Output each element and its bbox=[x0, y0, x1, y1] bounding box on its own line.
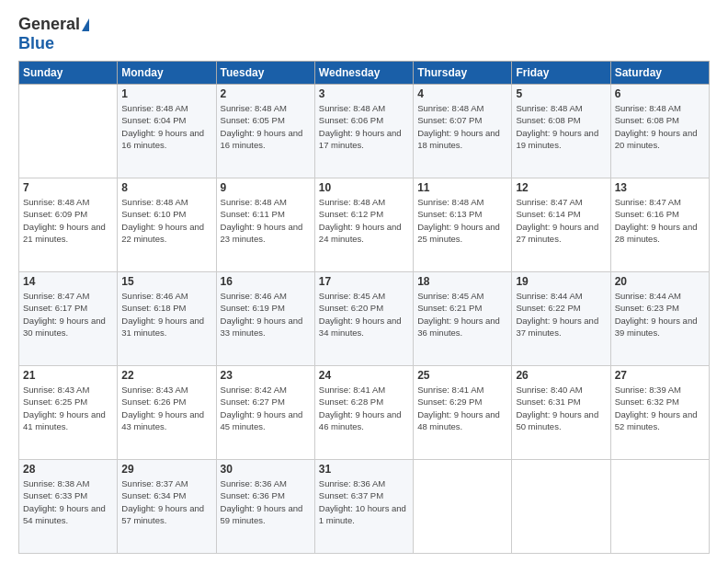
day-info: Sunrise: 8:47 AMSunset: 6:14 PMDaylight:… bbox=[516, 196, 606, 245]
day-number: 30 bbox=[221, 463, 311, 476]
day-number: 1 bbox=[121, 87, 211, 100]
page: General Blue SundayMondayTuesdayWednesda… bbox=[0, 0, 728, 563]
day-number: 3 bbox=[319, 87, 409, 100]
logo-general-text: General bbox=[18, 15, 80, 34]
day-number: 27 bbox=[615, 369, 705, 382]
day-info: Sunrise: 8:44 AMSunset: 6:23 PMDaylight:… bbox=[615, 290, 705, 339]
weekday-header: Sunday bbox=[19, 62, 118, 85]
day-info: Sunrise: 8:48 AMSunset: 6:06 PMDaylight:… bbox=[319, 102, 409, 151]
calendar-cell: 2Sunrise: 8:48 AMSunset: 6:05 PMDaylight… bbox=[216, 85, 314, 178]
calendar-cell: 19Sunrise: 8:44 AMSunset: 6:22 PMDayligh… bbox=[512, 272, 610, 366]
calendar-cell: 13Sunrise: 8:47 AMSunset: 6:16 PMDayligh… bbox=[610, 178, 709, 272]
day-info: Sunrise: 8:47 AMSunset: 6:17 PMDaylight:… bbox=[23, 290, 113, 339]
calendar-week-row: 7Sunrise: 8:48 AMSunset: 6:09 PMDaylight… bbox=[19, 178, 710, 272]
calendar-cell: 6Sunrise: 8:48 AMSunset: 6:08 PMDaylight… bbox=[610, 85, 709, 178]
day-info: Sunrise: 8:48 AMSunset: 6:10 PMDaylight:… bbox=[121, 196, 211, 245]
calendar-cell: 14Sunrise: 8:47 AMSunset: 6:17 PMDayligh… bbox=[19, 272, 118, 366]
calendar-cell: 20Sunrise: 8:44 AMSunset: 6:23 PMDayligh… bbox=[610, 272, 709, 366]
calendar-cell: 12Sunrise: 8:47 AMSunset: 6:14 PMDayligh… bbox=[512, 178, 610, 272]
day-info: Sunrise: 8:36 AMSunset: 6:36 PMDaylight:… bbox=[221, 477, 311, 526]
calendar-cell: 9Sunrise: 8:48 AMSunset: 6:11 PMDaylight… bbox=[216, 178, 314, 272]
calendar-week-row: 1Sunrise: 8:48 AMSunset: 6:04 PMDaylight… bbox=[19, 85, 710, 178]
day-number: 20 bbox=[615, 275, 705, 288]
calendar-week-row: 28Sunrise: 8:38 AMSunset: 6:33 PMDayligh… bbox=[19, 460, 710, 554]
weekday-header: Friday bbox=[512, 62, 610, 85]
day-number: 28 bbox=[23, 463, 113, 476]
day-number: 25 bbox=[417, 369, 507, 382]
calendar-cell: 26Sunrise: 8:40 AMSunset: 6:31 PMDayligh… bbox=[512, 366, 610, 460]
calendar-cell: 28Sunrise: 8:38 AMSunset: 6:33 PMDayligh… bbox=[19, 460, 118, 554]
day-number: 23 bbox=[221, 369, 311, 382]
day-info: Sunrise: 8:46 AMSunset: 6:18 PMDaylight:… bbox=[121, 290, 211, 339]
calendar-cell: 24Sunrise: 8:41 AMSunset: 6:28 PMDayligh… bbox=[314, 366, 413, 460]
day-number: 4 bbox=[417, 87, 507, 100]
calendar-cell: 21Sunrise: 8:43 AMSunset: 6:25 PMDayligh… bbox=[19, 366, 118, 460]
calendar-cell: 17Sunrise: 8:45 AMSunset: 6:20 PMDayligh… bbox=[314, 272, 413, 366]
day-info: Sunrise: 8:41 AMSunset: 6:28 PMDaylight:… bbox=[319, 384, 409, 432]
day-info: Sunrise: 8:48 AMSunset: 6:13 PMDaylight:… bbox=[417, 196, 507, 245]
weekday-header: Saturday bbox=[610, 62, 709, 85]
calendar-cell: 10Sunrise: 8:48 AMSunset: 6:12 PMDayligh… bbox=[314, 178, 413, 272]
calendar-cell: 25Sunrise: 8:41 AMSunset: 6:29 PMDayligh… bbox=[414, 366, 512, 460]
calendar-cell: 22Sunrise: 8:43 AMSunset: 6:26 PMDayligh… bbox=[118, 366, 216, 460]
day-info: Sunrise: 8:47 AMSunset: 6:16 PMDaylight:… bbox=[615, 196, 705, 245]
day-info: Sunrise: 8:39 AMSunset: 6:32 PMDaylight:… bbox=[615, 384, 705, 432]
day-number: 13 bbox=[615, 181, 705, 194]
day-number: 21 bbox=[23, 369, 113, 382]
day-info: Sunrise: 8:44 AMSunset: 6:22 PMDaylight:… bbox=[516, 290, 606, 339]
day-info: Sunrise: 8:48 AMSunset: 6:12 PMDaylight:… bbox=[319, 196, 409, 245]
day-number: 17 bbox=[319, 275, 409, 288]
calendar-cell: 27Sunrise: 8:39 AMSunset: 6:32 PMDayligh… bbox=[610, 366, 709, 460]
day-number: 8 bbox=[121, 181, 211, 194]
day-info: Sunrise: 8:38 AMSunset: 6:33 PMDaylight:… bbox=[23, 477, 113, 526]
calendar-cell: 7Sunrise: 8:48 AMSunset: 6:09 PMDaylight… bbox=[19, 178, 118, 272]
day-number: 19 bbox=[516, 275, 606, 288]
day-number: 31 bbox=[319, 463, 409, 476]
day-info: Sunrise: 8:48 AMSunset: 6:04 PMDaylight:… bbox=[121, 102, 211, 151]
day-info: Sunrise: 8:48 AMSunset: 6:08 PMDaylight:… bbox=[516, 102, 606, 151]
day-info: Sunrise: 8:41 AMSunset: 6:29 PMDaylight:… bbox=[417, 384, 507, 432]
day-number: 29 bbox=[121, 463, 211, 476]
day-number: 12 bbox=[516, 181, 606, 194]
weekday-header: Wednesday bbox=[314, 62, 413, 85]
day-info: Sunrise: 8:48 AMSunset: 6:08 PMDaylight:… bbox=[615, 102, 705, 151]
logo-triangle-icon bbox=[82, 18, 89, 31]
day-info: Sunrise: 8:48 AMSunset: 6:09 PMDaylight:… bbox=[23, 196, 113, 245]
day-info: Sunrise: 8:36 AMSunset: 6:37 PMDaylight:… bbox=[319, 477, 409, 526]
calendar-cell: 5Sunrise: 8:48 AMSunset: 6:08 PMDaylight… bbox=[512, 85, 610, 178]
day-number: 14 bbox=[23, 275, 113, 288]
day-number: 16 bbox=[221, 275, 311, 288]
calendar-cell: 15Sunrise: 8:46 AMSunset: 6:18 PMDayligh… bbox=[118, 272, 216, 366]
day-info: Sunrise: 8:43 AMSunset: 6:25 PMDaylight:… bbox=[23, 384, 113, 432]
calendar-cell: 4Sunrise: 8:48 AMSunset: 6:07 PMDaylight… bbox=[414, 85, 512, 178]
day-number: 5 bbox=[516, 87, 606, 100]
calendar-cell: 3Sunrise: 8:48 AMSunset: 6:06 PMDaylight… bbox=[314, 85, 413, 178]
calendar-cell: 1Sunrise: 8:48 AMSunset: 6:04 PMDaylight… bbox=[118, 85, 216, 178]
day-number: 10 bbox=[319, 181, 409, 194]
day-info: Sunrise: 8:45 AMSunset: 6:21 PMDaylight:… bbox=[417, 290, 507, 339]
logo-blue-text: Blue bbox=[18, 34, 54, 53]
day-info: Sunrise: 8:42 AMSunset: 6:27 PMDaylight:… bbox=[221, 384, 311, 432]
calendar-week-row: 14Sunrise: 8:47 AMSunset: 6:17 PMDayligh… bbox=[19, 272, 710, 366]
calendar-cell bbox=[19, 85, 118, 178]
calendar-cell: 11Sunrise: 8:48 AMSunset: 6:13 PMDayligh… bbox=[414, 178, 512, 272]
weekday-header: Tuesday bbox=[216, 62, 314, 85]
day-info: Sunrise: 8:48 AMSunset: 6:07 PMDaylight:… bbox=[417, 102, 507, 151]
day-info: Sunrise: 8:40 AMSunset: 6:31 PMDaylight:… bbox=[516, 384, 606, 432]
calendar-cell bbox=[512, 460, 610, 554]
weekday-header: Monday bbox=[118, 62, 216, 85]
calendar-cell bbox=[414, 460, 512, 554]
calendar-cell: 16Sunrise: 8:46 AMSunset: 6:19 PMDayligh… bbox=[216, 272, 314, 366]
weekday-header: Thursday bbox=[414, 62, 512, 85]
calendar-cell: 31Sunrise: 8:36 AMSunset: 6:37 PMDayligh… bbox=[314, 460, 413, 554]
day-number: 6 bbox=[615, 87, 705, 100]
day-info: Sunrise: 8:37 AMSunset: 6:34 PMDaylight:… bbox=[121, 477, 211, 526]
day-info: Sunrise: 8:48 AMSunset: 6:05 PMDaylight:… bbox=[221, 102, 311, 151]
day-number: 7 bbox=[23, 181, 113, 194]
calendar-cell: 18Sunrise: 8:45 AMSunset: 6:21 PMDayligh… bbox=[414, 272, 512, 366]
calendar-cell: 30Sunrise: 8:36 AMSunset: 6:36 PMDayligh… bbox=[216, 460, 314, 554]
logo: General Blue bbox=[18, 15, 89, 53]
day-number: 15 bbox=[121, 275, 211, 288]
day-info: Sunrise: 8:45 AMSunset: 6:20 PMDaylight:… bbox=[319, 290, 409, 339]
calendar-week-row: 21Sunrise: 8:43 AMSunset: 6:25 PMDayligh… bbox=[19, 366, 710, 460]
